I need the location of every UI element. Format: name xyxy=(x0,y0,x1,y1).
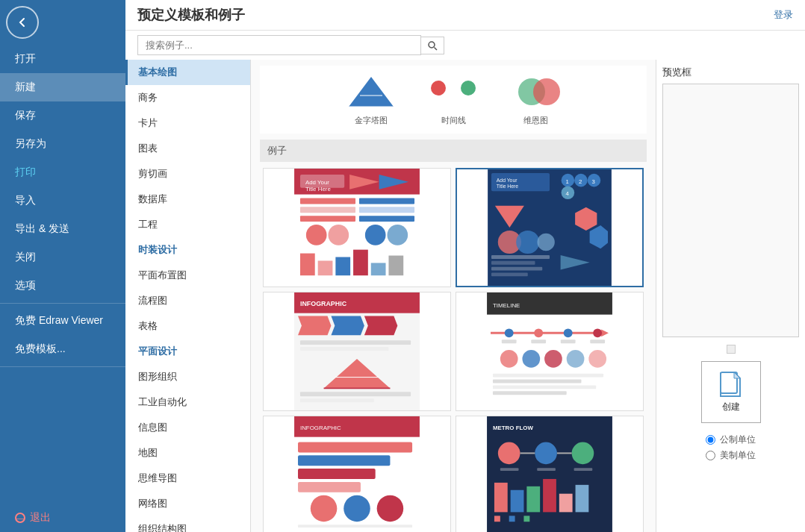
svg-point-73 xyxy=(505,328,514,337)
svg-rect-86 xyxy=(493,374,603,378)
sidebar: 打开 新建 保存 另存为 打印 导入 导出 & 发送 关闭 选项 免费 Edra… xyxy=(0,0,125,532)
svg-text:Title Here: Title Here xyxy=(497,184,518,189)
svg-text:Add Your: Add Your xyxy=(497,178,518,183)
svg-point-97 xyxy=(311,495,338,522)
svg-rect-100 xyxy=(298,525,412,528)
svg-point-75 xyxy=(564,328,573,337)
radio-us[interactable]: 美制单位 xyxy=(706,449,756,462)
svg-rect-94 xyxy=(298,455,390,466)
sidebar-item-free-viewer[interactable]: 免费 Edraw Viewer xyxy=(0,307,125,335)
cat-item-database[interactable]: 数据库 xyxy=(125,187,250,212)
login-link[interactable]: 登录 xyxy=(774,8,793,22)
radio-us-input[interactable] xyxy=(706,451,715,460)
create-label: 创建 xyxy=(722,401,740,413)
template-card-1[interactable]: Add Your Title Here xyxy=(263,168,451,287)
sidebar-item-free-templates[interactable]: 免费模板... xyxy=(0,335,125,363)
options-label: 选项 xyxy=(15,279,36,292)
svg-rect-27 xyxy=(318,260,333,275)
cat-item-mindmap[interactable]: 思维导图 xyxy=(125,466,250,491)
sidebar-item-exit[interactable]: — 退出 xyxy=(0,504,125,532)
cat-item-basic[interactable]: 基本绘图 xyxy=(125,60,250,85)
cat-item-table[interactable]: 表格 xyxy=(125,313,250,339)
sidebar-item-export[interactable]: 导出 & 发送 xyxy=(0,215,125,243)
svg-rect-116 xyxy=(576,485,589,513)
svg-point-98 xyxy=(344,495,370,522)
template-card-2[interactable]: Add Your Title Here 1 2 3 4 xyxy=(456,168,644,287)
thumb-pyramid-label: 金字塔图 xyxy=(355,115,388,126)
thumb-venn[interactable]: 维恩图 xyxy=(506,73,565,126)
template-card-3[interactable]: INFOGRAPHIC xyxy=(263,292,451,411)
template-card-4[interactable]: TIMELINE xyxy=(456,292,644,411)
svg-rect-95 xyxy=(298,469,376,479)
thumb-timeline[interactable]: 时间线 xyxy=(423,73,483,126)
search-bar xyxy=(125,31,805,60)
search-input[interactable] xyxy=(137,35,421,55)
svg-rect-52 xyxy=(491,267,542,271)
sidebar-divider-2 xyxy=(0,366,125,367)
svg-marker-58 xyxy=(298,316,331,336)
svg-rect-77 xyxy=(502,339,517,343)
sidebar-item-import[interactable]: 导入 xyxy=(0,187,125,215)
create-button[interactable]: 创建 xyxy=(701,361,761,423)
svg-rect-110 xyxy=(574,468,593,471)
cat-item-floorplan[interactable]: 平面布置图 xyxy=(125,263,250,288)
svg-rect-61 xyxy=(300,340,411,345)
svg-text:INFOGRAPHIC: INFOGRAPHIC xyxy=(300,300,347,307)
svg-rect-29 xyxy=(353,250,368,276)
svg-rect-17 xyxy=(359,198,414,204)
saveas-label: 另存为 xyxy=(15,137,46,151)
cat-item-infomap[interactable]: 信息图 xyxy=(125,415,250,440)
page-title: 预定义模板和例子 xyxy=(137,6,245,24)
sidebar-item-options[interactable]: 选项 xyxy=(0,272,125,300)
svg-rect-113 xyxy=(526,486,540,513)
svg-text:3: 3 xyxy=(592,178,595,185)
svg-text:1: 1 xyxy=(565,178,568,185)
cat-item-infograph[interactable]: 图形组织 xyxy=(125,364,250,389)
radio-public-input[interactable] xyxy=(706,435,715,445)
free-templates-label: 免费模板... xyxy=(15,342,66,356)
cat-item-chart[interactable]: 图表 xyxy=(125,136,250,161)
svg-rect-51 xyxy=(491,261,535,265)
cat-item-flowchart[interactable]: 流程图 xyxy=(125,288,250,313)
svg-marker-59 xyxy=(331,316,364,336)
sidebar-item-save[interactable]: 保存 xyxy=(0,101,125,130)
cat-item-fashion[interactable]: 时装设计 xyxy=(125,237,250,263)
sidebar-item-new[interactable]: 新建 xyxy=(0,73,125,101)
templates-grid: Add Your Title Here xyxy=(260,168,647,532)
svg-point-105 xyxy=(572,442,594,465)
exit-label: 退出 xyxy=(30,511,51,525)
svg-rect-87 xyxy=(493,380,582,384)
sidebar-item-close[interactable]: 关闭 xyxy=(0,243,125,272)
svg-line-1 xyxy=(435,47,438,50)
create-btn-area: 创建 公制单位 美制单位 xyxy=(662,361,799,462)
cat-item-card[interactable]: 卡片 xyxy=(125,110,250,136)
cat-item-business[interactable]: 商务 xyxy=(125,85,250,110)
svg-point-24 xyxy=(365,225,386,245)
sidebar-item-open[interactable]: 打开 xyxy=(0,45,125,73)
svg-point-8 xyxy=(533,78,560,105)
svg-point-104 xyxy=(535,442,557,465)
back-button[interactable] xyxy=(6,6,39,39)
cat-item-network[interactable]: 网络图 xyxy=(125,491,250,516)
preview-box xyxy=(662,84,799,337)
export-label: 导出 & 发送 xyxy=(15,222,69,236)
main-area: 预定义模板和例子 登录 基本绘图 商务 卡片 图表 剪切画 数据库 工程 时装设… xyxy=(125,0,805,532)
svg-rect-31 xyxy=(388,256,403,276)
sidebar-item-saveas[interactable]: 另存为 xyxy=(0,130,125,158)
cat-item-org[interactable]: 组织结构图 xyxy=(125,516,250,532)
thumb-pyramid[interactable]: 金字塔图 xyxy=(341,73,401,126)
radio-public[interactable]: 公制单位 xyxy=(706,434,756,446)
radio-public-label: 公制单位 xyxy=(720,434,756,446)
template-card-6[interactable]: METRO FLOW xyxy=(456,416,644,532)
cat-item-engineering[interactable]: 工程 xyxy=(125,212,250,237)
radio-group: 公制单位 美制单位 xyxy=(706,434,756,462)
cat-item-clipart[interactable]: 剪切画 xyxy=(125,161,250,187)
svg-point-85 xyxy=(588,350,606,368)
cat-item-industrial[interactable]: 工业自动化 xyxy=(125,389,250,415)
sidebar-item-print[interactable]: 打印 xyxy=(0,158,125,187)
svg-point-99 xyxy=(377,495,404,522)
cat-item-map[interactable]: 地图 xyxy=(125,440,250,466)
template-card-5[interactable]: INFOGRAPHIC xyxy=(263,416,451,532)
cat-item-flat-design[interactable]: 平面设计 xyxy=(125,339,250,364)
search-button[interactable] xyxy=(421,37,444,54)
